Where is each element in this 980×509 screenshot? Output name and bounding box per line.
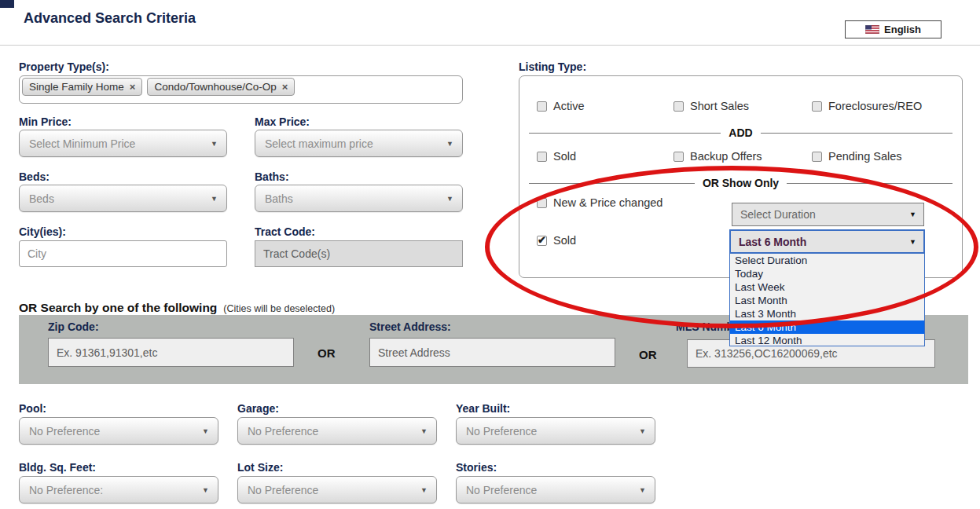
checkbox-row-pending-sales[interactable]: Pending Sales	[812, 150, 902, 163]
backup-offers-checkbox[interactable]	[674, 152, 684, 162]
active-label: Active	[553, 100, 585, 112]
min-price-label: Min Price:	[19, 115, 72, 128]
zip-code-input[interactable]	[48, 338, 294, 367]
or-search-note: (Cities will be deselected)	[223, 303, 335, 314]
min-price-select[interactable]: Select Minimum Price	[19, 130, 227, 157]
us-flag-icon	[865, 25, 879, 34]
sold-duration-value: Last 6 Month	[739, 236, 806, 248]
corner-fragment	[0, 0, 14, 8]
garage-select[interactable]: No Preference	[237, 417, 437, 445]
cities-label: City(ies):	[19, 225, 66, 238]
baths-value: Baths	[265, 192, 293, 205]
lot-size-label: Lot Size:	[237, 461, 283, 474]
min-price-value: Select Minimum Price	[29, 137, 135, 150]
add-divider-label: ADD	[721, 126, 760, 139]
zip-code-label: Zip Code:	[48, 320, 99, 333]
garage-value: No Preference	[248, 425, 318, 438]
sold-label: Sold	[553, 150, 576, 163]
baths-label: Baths:	[255, 170, 289, 183]
duration-option[interactable]: Today	[730, 267, 924, 280]
checkbox-row-active[interactable]: Active	[537, 100, 585, 112]
bldg-sqft-label: Bldg. Sq. Feet:	[19, 461, 96, 474]
short-sales-checkbox[interactable]	[674, 101, 684, 112]
checkbox-row-sold-only[interactable]: Sold	[537, 234, 576, 247]
or-search-heading-text: OR Search by one of the following	[19, 301, 217, 314]
duration-dropdown-list: Select Duration Today Last Week Last Mon…	[729, 253, 925, 346]
baths-select[interactable]: Baths	[255, 185, 463, 212]
tract-code-input[interactable]	[255, 240, 463, 267]
max-price-value: Select maximum price	[265, 137, 373, 150]
pool-value: No Preference	[29, 425, 100, 438]
listing-type-label: Listing Type:	[519, 60, 586, 73]
property-tag-single-family[interactable]: Single Family Home ×	[22, 78, 142, 96]
stories-value: No Preference	[466, 484, 537, 496]
duration-option[interactable]: Last 12 Month	[730, 334, 924, 347]
year-built-select[interactable]: No Preference	[456, 417, 655, 445]
or-separator-1: OR	[317, 346, 336, 360]
duration-option[interactable]: Last Month	[730, 294, 924, 307]
checkbox-row-sold[interactable]: Sold	[537, 150, 576, 163]
listing-type-panel: Active Short Sales Foreclosures/REO ADD …	[519, 75, 963, 278]
year-built-value: No Preference	[466, 425, 537, 438]
backup-offers-label: Backup Offers	[690, 150, 762, 163]
header-divider	[0, 45, 980, 46]
checkbox-row-new-price-changed[interactable]: New & Price changed	[537, 196, 663, 209]
beds-select[interactable]: Beds	[19, 185, 227, 212]
sold-only-label: Sold	[553, 234, 576, 247]
stories-label: Stories:	[456, 461, 497, 474]
duration-option[interactable]: Last 3 Month	[730, 307, 924, 320]
year-built-label: Year Built:	[456, 402, 510, 415]
pool-label: Pool:	[19, 402, 46, 415]
beds-label: Beds:	[19, 170, 50, 183]
duration-option[interactable]: Select Duration	[730, 254, 924, 267]
page-title: Advanced Search Criteria	[24, 10, 196, 27]
or-show-only-divider: OR Show Only	[529, 177, 952, 189]
tract-code-label: Tract Code:	[255, 225, 315, 238]
beds-value: Beds	[29, 192, 54, 205]
property-tag-label: Condo/Townhouse/Co-Op	[154, 81, 276, 93]
remove-tag-icon[interactable]: ×	[282, 81, 288, 93]
lot-size-select[interactable]: No Preference	[237, 476, 437, 504]
language-button-label: English	[884, 24, 921, 35]
new-price-changed-checkbox[interactable]	[537, 198, 547, 208]
street-address-input[interactable]	[369, 338, 615, 367]
new-price-duration-select[interactable]: Select Duration	[732, 203, 924, 226]
street-address-label: Street Address:	[369, 320, 451, 333]
pending-sales-checkbox[interactable]	[812, 152, 822, 162]
active-checkbox[interactable]	[537, 101, 547, 112]
property-tag-condo[interactable]: Condo/Townhouse/Co-Op ×	[147, 78, 295, 96]
short-sales-label: Short Sales	[690, 100, 749, 112]
pending-sales-label: Pending Sales	[828, 150, 902, 163]
advanced-search-page: Advanced Search Criteria English Propert…	[0, 0, 980, 509]
new-price-duration-value: Select Duration	[740, 208, 816, 221]
max-price-label: Max Price:	[255, 115, 310, 128]
bldg-sqft-select[interactable]: No Preference:	[19, 476, 218, 504]
language-button[interactable]: English	[845, 20, 941, 38]
garage-label: Garage:	[237, 402, 279, 415]
lot-size-value: No Preference	[248, 484, 318, 496]
sold-only-checkbox[interactable]	[537, 236, 547, 246]
checkbox-row-foreclosures[interactable]: Foreclosures/REO	[812, 100, 922, 112]
property-type-multiselect[interactable]: Single Family Home × Condo/Townhouse/Co-…	[19, 75, 463, 104]
sold-checkbox[interactable]	[537, 152, 547, 162]
foreclosures-checkbox[interactable]	[812, 101, 822, 112]
new-price-changed-label: New & Price changed	[553, 196, 663, 209]
duration-option[interactable]: Last Week	[730, 280, 924, 294]
remove-tag-icon[interactable]: ×	[130, 81, 136, 93]
bldg-sqft-value: No Preference:	[29, 484, 103, 496]
or-show-only-label: OR Show Only	[695, 177, 787, 189]
property-type-label: Property Type(s):	[19, 60, 109, 73]
city-input[interactable]	[19, 240, 227, 267]
pool-select[interactable]: No Preference	[19, 417, 218, 445]
add-divider: ADD	[529, 126, 952, 139]
or-search-heading: OR Search by one of the following(Cities…	[19, 301, 335, 315]
duration-option-selected[interactable]: Last 6 Month	[730, 320, 924, 334]
foreclosures-label: Foreclosures/REO	[828, 100, 922, 112]
property-tag-label: Single Family Home	[29, 81, 124, 93]
checkbox-row-short-sales[interactable]: Short Sales	[674, 100, 749, 112]
stories-select[interactable]: No Preference	[456, 476, 655, 504]
checkbox-row-backup-offers[interactable]: Backup Offers	[674, 150, 762, 163]
sold-duration-select[interactable]: Last 6 Month	[729, 229, 925, 254]
or-separator-2: OR	[639, 348, 657, 361]
max-price-select[interactable]: Select maximum price	[255, 130, 463, 157]
